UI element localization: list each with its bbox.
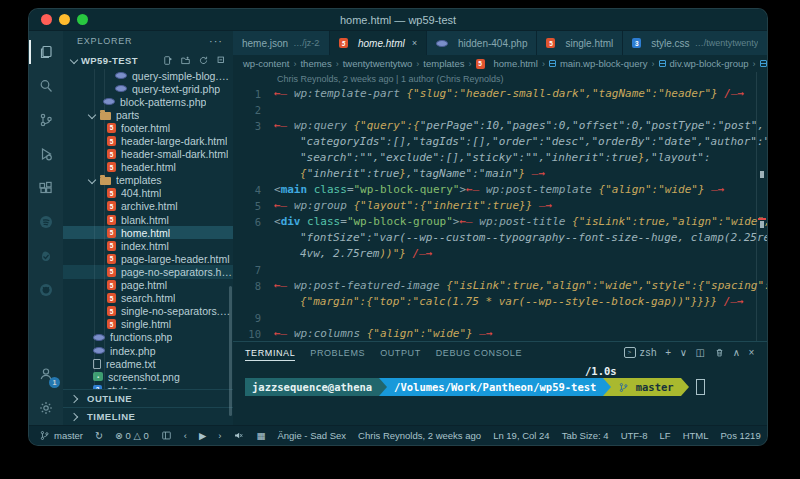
new-file-icon[interactable] <box>162 55 173 66</box>
file-tree-item[interactable]: ▪screenshot.png <box>63 370 233 383</box>
code-line[interactable]: {"inherit":true},"tagName":"main"} —→ <box>233 166 767 182</box>
file-tree-item[interactable]: 5page.html <box>63 279 233 292</box>
file-tree-item[interactable]: templates <box>63 174 233 187</box>
panel-tab-problems[interactable]: PROBLEMS <box>310 348 365 358</box>
status-cursor-position[interactable]: Ln 19, Col 24 <box>493 430 550 441</box>
status-tab-size[interactable]: Tab Size: 4 <box>562 430 609 441</box>
editor-tab[interactable]: 5home.html× <box>330 31 427 55</box>
status-git-branch[interactable]: master <box>39 430 83 441</box>
codelens-blame[interactable]: Chris Reynolds, 2 weeks ago | 1 author (… <box>233 72 767 86</box>
activity-source-control-icon[interactable] <box>29 103 63 137</box>
file-tree-item[interactable]: query-text-grid.php <box>63 82 233 95</box>
breadcrumb[interactable]: wp-content›themes›twentytwentytwo›templa… <box>233 55 767 72</box>
status-problems-indicator[interactable]: ⊗ 0 △ 0 <box>115 430 149 441</box>
file-tree-item[interactable]: 5index.html <box>63 239 233 252</box>
code-line[interactable]: 1←— wp:template-part {"slug":"header-sma… <box>233 86 767 102</box>
breadcrumb-file[interactable]: home.html <box>494 58 538 69</box>
code-line[interactable]: "categoryIds":[],"tagIds":[],"order":"de… <box>233 134 767 150</box>
file-tree-item[interactable]: 5header-large-dark.html <box>63 134 233 147</box>
code-line[interactable]: 3←— wp:query {"query":{"perPage":10,"pag… <box>233 118 767 134</box>
terminal-shell-picker[interactable]: >zsh <box>624 347 657 358</box>
terminal-dropdown-icon[interactable]: ∨ <box>680 347 688 358</box>
code-line[interactable]: 4<main class="wp-block-query">←— wp:post… <box>233 182 767 198</box>
panel-tab-debug-console[interactable]: DEBUG CONSOLE <box>436 348 522 358</box>
breadcrumb-symbol[interactable]: div.wp-block-group <box>670 58 749 69</box>
editor-tab[interactable]: hidden-404.php <box>427 31 538 55</box>
file-tree-item[interactable]: query-simple-blog.php <box>63 69 233 82</box>
file-tree-item[interactable]: 5blank.html <box>63 213 233 226</box>
editor-tab[interactable]: 3style.css…/twentytwenty <box>623 31 767 55</box>
file-tree-item[interactable]: 5header-small-dark.html <box>63 148 233 161</box>
panel-tab-terminal[interactable]: TERMINAL <box>245 348 295 361</box>
code-line[interactable]: 2 <box>233 102 767 118</box>
file-tree-item[interactable]: parts <box>63 108 233 121</box>
terminal[interactable]: /1.0s jazzsequence@athena/Volumes/Work/P… <box>233 363 767 425</box>
file-tree-item[interactable]: 5header.html <box>63 161 233 174</box>
status-queue[interactable]: ▦ <box>256 430 265 441</box>
file-tree-item[interactable]: 5home.html <box>63 226 233 239</box>
activity-github-icon[interactable] <box>29 273 63 307</box>
collapse-all-icon[interactable] <box>216 55 227 66</box>
activity-search-icon[interactable] <box>29 69 63 103</box>
close-tab-icon[interactable]: × <box>412 38 417 48</box>
close-panel-icon[interactable]: × <box>749 347 755 358</box>
maximize-panel-icon[interactable]: ∧ <box>733 347 741 358</box>
status-eol[interactable]: LF <box>660 430 671 441</box>
activity-run-debug-icon[interactable] <box>29 137 63 171</box>
new-folder-icon[interactable] <box>180 55 191 66</box>
file-tree-item[interactable]: 5search.html <box>63 292 233 305</box>
file-tree-item[interactable]: 5single-no-separators.html <box>63 305 233 318</box>
file-tree-item[interactable]: 5page-no-separators.html <box>63 265 233 278</box>
status-media-previous[interactable]: ‹ <box>184 430 187 441</box>
explorer-more-actions-icon[interactable]: ··· <box>209 35 223 47</box>
breadcrumb-symbol[interactable]: main.wp-block-query <box>560 58 648 69</box>
kill-terminal-icon[interactable] <box>714 347 725 358</box>
sidebar-panel-outline[interactable]: OUTLINE <box>63 389 233 407</box>
editor-tab[interactable]: 5single.html <box>537 31 623 55</box>
status-spotify-track[interactable]: Ängie - Sad Sex <box>277 430 346 441</box>
breadcrumb-item[interactable]: wp-content <box>243 58 289 69</box>
file-tree-item[interactable]: functions.php <box>63 331 233 344</box>
file-tree-item[interactable]: readme.txt <box>63 357 233 370</box>
code-line[interactable]: 8←— wp:post-featured-image {"isLink":tru… <box>233 278 767 294</box>
status-position[interactable]: Pos 1219 <box>721 430 761 441</box>
code-line[interactable]: 7 <box>233 262 767 278</box>
activity-spotify-icon[interactable] <box>29 205 63 239</box>
code-line[interactable]: 10←— wp:columns {"align":"wide"} —→ <box>233 326 767 341</box>
breadcrumb-item[interactable]: twentytwentytwo <box>343 58 413 69</box>
status-language-mode[interactable]: HTML <box>683 430 709 441</box>
new-terminal-icon[interactable]: + <box>665 347 671 358</box>
activity-hand-tool-icon[interactable] <box>29 239 63 273</box>
file-tree-item[interactable]: 3style.css <box>63 383 233 389</box>
activity-explorer-icon[interactable] <box>29 35 63 69</box>
file-tree-item[interactable]: 5footer.html <box>63 121 233 134</box>
code-line[interactable]: {"margin":{"top":"calc(1.75 * var(--wp--… <box>233 294 767 310</box>
file-tree-item[interactable]: 5archive.html <box>63 200 233 213</box>
split-terminal-icon[interactable]: ◫ <box>696 347 706 358</box>
code-line[interactable]: 4vw, 2.75rem))"} /—→ <box>233 246 767 262</box>
titlebar[interactable]: home.html — wp59-test <box>29 9 767 31</box>
status-volume-mute[interactable] <box>233 430 244 441</box>
status-sync[interactable]: ↻ <box>95 430 103 441</box>
editor-tab[interactable]: heme.json…/jz-222 <box>233 31 330 55</box>
file-tree-item[interactable]: 5single.html <box>63 318 233 331</box>
activity-accounts-icon[interactable]: 1 <box>29 357 63 391</box>
breadcrumb-item[interactable]: templates <box>423 58 464 69</box>
code-line[interactable]: "search":"","exclude":[],"sticky":"","in… <box>233 150 767 166</box>
sidebar-scrollbar[interactable] <box>229 286 232 416</box>
status-encoding[interactable]: UTF-8 <box>621 430 648 441</box>
code-line[interactable]: 5←— wp:group {"layout":{"inherit":true}}… <box>233 198 767 214</box>
sidebar-panel-timeline[interactable]: TIMELINE <box>63 407 233 425</box>
status-layout-toggle[interactable] <box>161 430 172 441</box>
code-editor[interactable]: Chris Reynolds, 2 weeks ago | 1 author (… <box>233 72 767 341</box>
breadcrumb-item[interactable]: themes <box>300 58 331 69</box>
code-line[interactable]: 9 <box>233 310 767 326</box>
activity-settings-gear-icon[interactable] <box>29 391 63 425</box>
workspace-section-header[interactable]: WP59-TEST <box>63 51 233 69</box>
file-tree-item[interactable]: 5404.html <box>63 187 233 200</box>
status-media-next[interactable]: › <box>218 430 221 441</box>
activity-extensions-icon[interactable] <box>29 171 63 205</box>
status-git-blame[interactable]: Chris Reynolds, 2 weeks ago <box>358 430 481 441</box>
file-tree-item[interactable]: 5page-large-header.html <box>63 252 233 265</box>
overview-ruler[interactable] <box>756 72 767 341</box>
